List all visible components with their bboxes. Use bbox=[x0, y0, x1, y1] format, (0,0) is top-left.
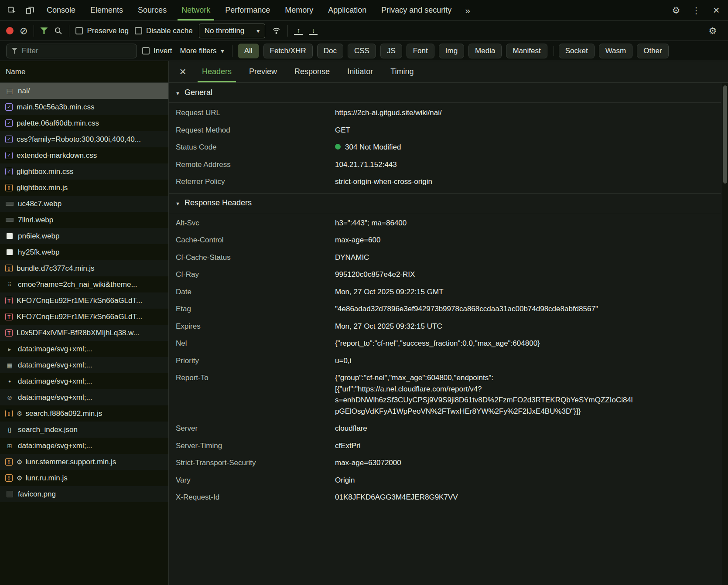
request-row[interactable]: palette.06af60db.min.css bbox=[0, 115, 168, 131]
details-scrollbar[interactable] bbox=[722, 83, 728, 585]
export-har-icon[interactable] bbox=[309, 27, 318, 35]
clear-network-log-icon[interactable] bbox=[20, 25, 27, 37]
request-row[interactable]: cmoe?name=2ch_nai_wiki&theme... bbox=[0, 276, 168, 292]
filter-input[interactable] bbox=[22, 47, 131, 55]
request-type-filter[interactable]: Manifest bbox=[506, 44, 547, 58]
filter-input-box[interactable] bbox=[6, 44, 137, 58]
panel-tab[interactable]: Memory bbox=[277, 0, 321, 20]
header-value: Mon, 27 Oct 2025 09:22:15 GMT bbox=[335, 286, 444, 298]
search-icon[interactable] bbox=[54, 26, 63, 35]
panel-tab[interactable]: Network bbox=[174, 0, 218, 20]
details-tab[interactable]: Headers bbox=[193, 61, 240, 82]
request-row[interactable]: bundle.d7c377c4.min.js bbox=[0, 260, 168, 276]
details-tab[interactable]: Response bbox=[286, 61, 338, 82]
scrollbar-thumb[interactable] bbox=[723, 85, 727, 184]
device-toolbar-icon[interactable] bbox=[21, 0, 39, 20]
response-headers-section: Response Headers Alt-Svc h3=":443"; ma=8… bbox=[169, 193, 721, 509]
network-settings-gear-icon[interactable] bbox=[704, 26, 722, 36]
request-row[interactable]: data:image/svg+xml;... bbox=[0, 357, 168, 373]
request-row[interactable]: lunr.ru.min.js bbox=[0, 470, 168, 486]
request-type-filter[interactable]: Socket bbox=[559, 44, 595, 58]
request-name: uc48c7.webp bbox=[18, 200, 62, 208]
request-type-filter[interactable]: Font bbox=[407, 44, 434, 58]
request-row[interactable]: data:image/svg+xml;... bbox=[0, 389, 168, 405]
request-row[interactable]: data:image/svg+xml;... bbox=[0, 373, 168, 389]
request-row[interactable]: hy25fk.webp bbox=[0, 244, 168, 260]
request-type-filter[interactable]: Wasm bbox=[599, 44, 633, 58]
svg-slash-icon bbox=[5, 393, 14, 402]
filter-toggle-icon[interactable] bbox=[40, 27, 48, 34]
request-row[interactable]: search.f886a092.min.js bbox=[0, 405, 168, 422]
details-tab[interactable]: Preview bbox=[240, 61, 286, 82]
request-row[interactable]: main.50c56a3b.min.css bbox=[0, 99, 168, 115]
panel-tab[interactable]: Privacy and security bbox=[374, 0, 459, 20]
request-row[interactable]: search_index.json bbox=[0, 422, 168, 438]
request-row[interactable]: lunr.stemmer.support.min.js bbox=[0, 454, 168, 470]
request-row[interactable]: 7llnrl.webp bbox=[0, 212, 168, 228]
gear-icon bbox=[17, 474, 22, 482]
request-type-filter[interactable]: Media bbox=[468, 44, 502, 58]
details-tab[interactable]: Timing bbox=[382, 61, 422, 82]
header-row: X-Request-Id 01K8JFKD6AGG3M4EJER8G9K7VV bbox=[169, 489, 721, 506]
request-row[interactable]: extended-markdown.css bbox=[0, 147, 168, 163]
request-type-filter[interactable]: Doc bbox=[317, 44, 343, 58]
image-thumb-light-icon bbox=[5, 248, 14, 257]
request-row[interactable]: data:image/svg+xml;... bbox=[0, 438, 168, 454]
devtools-window-controls bbox=[666, 0, 728, 20]
preserve-log-checkbox[interactable]: Preserve log bbox=[75, 27, 128, 35]
headers-view: General Request URL https://2ch-ai.gitgu… bbox=[169, 83, 728, 585]
request-type-filter[interactable]: JS bbox=[380, 44, 402, 58]
network-conditions-icon[interactable] bbox=[271, 26, 281, 36]
request-name: lunr.ru.min.js bbox=[25, 474, 67, 483]
svg-grid-icon bbox=[5, 361, 14, 370]
request-row[interactable]: favicon.png bbox=[0, 486, 168, 502]
response-headers-section-header[interactable]: Response Headers bbox=[169, 193, 721, 213]
details-tab[interactable]: Initiator bbox=[338, 61, 382, 82]
request-name: glightbox.min.css bbox=[17, 167, 73, 176]
request-type-filter[interactable]: Img bbox=[439, 44, 464, 58]
request-row[interactable]: glightbox.min.css bbox=[0, 163, 168, 180]
header-name: Request Method bbox=[176, 125, 335, 136]
request-row[interactable]: L0x5DF4xlVMF-BfR8bXMIjhLq38.w... bbox=[0, 325, 168, 341]
more-panels-icon[interactable] bbox=[459, 0, 476, 20]
request-name: css?family=Roboto:300,300i,400,40... bbox=[17, 135, 141, 144]
header-name: Referrer Policy bbox=[176, 176, 335, 187]
disable-cache-checkbox[interactable]: Disable cache bbox=[135, 27, 193, 35]
request-row[interactable]: nai/ bbox=[0, 83, 168, 99]
request-row[interactable]: data:image/svg+xml;... bbox=[0, 341, 168, 357]
close-devtools-icon[interactable] bbox=[706, 0, 726, 20]
panel-tab[interactable]: Elements bbox=[83, 0, 130, 20]
request-row[interactable]: glightbox.min.js bbox=[0, 180, 168, 196]
record-network-log-icon[interactable] bbox=[6, 27, 14, 34]
close-details-icon[interactable] bbox=[172, 61, 193, 82]
request-type-filter[interactable]: Fetch/XHR bbox=[263, 44, 313, 58]
request-row[interactable]: KFO7CnqEu92Fr1ME7kSn66aGLdT... bbox=[0, 292, 168, 309]
header-name: Etag bbox=[176, 303, 335, 315]
header-row: Report-To {"group":"cf-nel","max_age":60… bbox=[169, 369, 721, 420]
throttling-select[interactable]: No throttling bbox=[199, 24, 266, 38]
request-type-filter[interactable]: All bbox=[238, 44, 259, 58]
panel-tab[interactable]: Console bbox=[39, 0, 83, 20]
script-icon bbox=[5, 410, 13, 417]
svg-arrow-icon bbox=[5, 345, 14, 354]
request-type-filter[interactable]: Other bbox=[637, 44, 669, 58]
import-har-icon[interactable] bbox=[294, 27, 303, 35]
checkbox-icon[interactable] bbox=[75, 27, 83, 34]
panel-tab[interactable]: Application bbox=[321, 0, 374, 20]
name-column-header[interactable]: Name bbox=[0, 61, 168, 83]
checkbox-icon[interactable] bbox=[135, 27, 142, 34]
more-options-icon[interactable] bbox=[686, 0, 706, 20]
panel-tab[interactable]: Sources bbox=[130, 0, 174, 20]
request-row[interactable]: css?family=Roboto:300,300i,400,40... bbox=[0, 131, 168, 147]
panel-tab[interactable]: Performance bbox=[218, 0, 277, 20]
request-row[interactable]: uc48c7.webp bbox=[0, 196, 168, 212]
settings-gear-icon[interactable] bbox=[666, 0, 686, 20]
request-row[interactable]: KFO7CnqEu92Fr1ME7kSn66aGLdT... bbox=[0, 309, 168, 325]
general-section-header[interactable]: General bbox=[169, 83, 721, 103]
request-row[interactable]: pn6iek.webp bbox=[0, 228, 168, 244]
more-filters-dropdown[interactable]: More filters bbox=[178, 47, 227, 55]
checkbox-icon[interactable] bbox=[142, 47, 150, 54]
invert-checkbox[interactable]: Invert bbox=[142, 47, 172, 55]
request-type-filter[interactable]: CSS bbox=[348, 44, 376, 58]
inspect-element-icon[interactable] bbox=[3, 0, 21, 20]
